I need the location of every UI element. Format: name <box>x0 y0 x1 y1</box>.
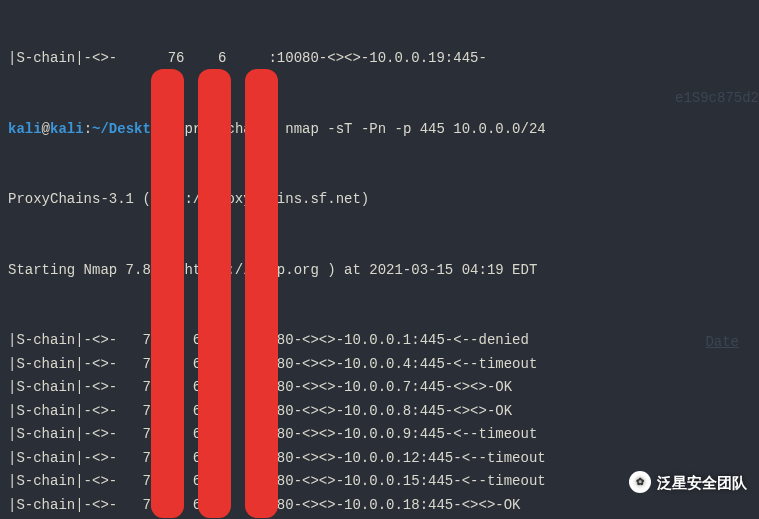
scan-line: |S-chain|-<>- 76 6 :10080-<><>-10.0.0.18… <box>8 494 751 518</box>
partial-top-line: |S-chain|-<>- 76 6 :10080-<><>-10.0.0.19… <box>8 47 751 71</box>
nmap-start-line: Starting Nmap 7.80 ( https://nmap.org ) … <box>8 259 751 283</box>
prompt-user: kali <box>8 121 42 137</box>
scan-line: |S-chain|-<>- 76 6 :10080-<><>-10.0.0.4:… <box>8 353 751 377</box>
proxychains-version: ProxyChains-3.1 (http://proxychains.sf.n… <box>8 188 751 212</box>
scan-line: |S-chain|-<>- 76 6 :10080-<><>-10.0.0.7:… <box>8 376 751 400</box>
prompt-line: kali@kali:~/Desktop$ proxychains nmap -s… <box>8 118 751 142</box>
terminal-output[interactable]: |S-chain|-<>- 76 6 :10080-<><>-10.0.0.19… <box>0 0 759 519</box>
redaction-overlay <box>151 69 281 518</box>
watermark-text: 泛星安全团队 <box>657 470 747 495</box>
redaction-bar <box>151 69 184 518</box>
scan-line: |S-chain|-<>- 76 6 :10080-<><>-10.0.0.1:… <box>8 329 751 353</box>
scan-line: |S-chain|-<>- 76 6 :10080-<><>-10.0.0.9:… <box>8 423 751 447</box>
watermark-icon: ✿ <box>629 471 651 493</box>
prompt-host: kali <box>50 121 84 137</box>
redaction-bar <box>198 69 231 518</box>
prompt-colon: : <box>84 121 92 137</box>
watermark: ✿ 泛星安全团队 <box>629 470 747 495</box>
scan-line: |S-chain|-<>- 76 6 :10080-<><>-10.0.0.8:… <box>8 400 751 424</box>
prompt-at: @ <box>42 121 50 137</box>
scan-line: |S-chain|-<>- 76 6 :10080-<><>-10.0.0.12… <box>8 447 751 471</box>
redaction-bar <box>245 69 278 518</box>
